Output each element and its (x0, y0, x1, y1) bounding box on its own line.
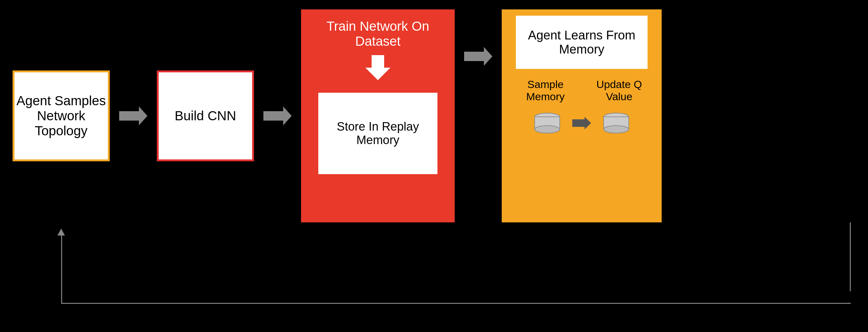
train-network-box: Train Network On Dataset Store In Replay… (301, 9, 455, 222)
store-replay-label: Store In Replay Memory (318, 120, 437, 147)
db-icon-left (531, 112, 563, 134)
db-arrow-icon (572, 117, 591, 129)
feedback-line-bottom (61, 303, 851, 304)
arrow-shape-3 (464, 47, 492, 66)
db-icons-row (531, 112, 632, 134)
feedback-line-right (850, 222, 851, 291)
agent-learns-title-box: Agent Learns From Memory (516, 16, 648, 69)
arrow-3 (464, 47, 492, 66)
build-cnn-label: Build CNN (175, 108, 236, 123)
flow-row: Agent Samples Network Topology Build CNN… (12, 9, 856, 222)
diagram-container: Agent Samples Network Topology Build CNN… (0, 0, 868, 332)
feedback-line-left (61, 235, 62, 304)
svg-point-5 (603, 126, 629, 133)
down-arrow-icon (365, 55, 391, 80)
feedback-up-arrow (57, 229, 65, 236)
agent-learns-box: Agent Learns From Memory Sample Memory U… (502, 9, 662, 222)
agent-samples-box: Agent Samples Network Topology (12, 70, 110, 161)
agent-samples-label: Agent Samples Network Topology (14, 93, 108, 138)
store-replay-box: Store In Replay Memory (318, 93, 437, 174)
arrow-shape-2 (264, 106, 291, 125)
agent-learns-subtitle-row: Sample Memory Update Q Value (508, 78, 655, 103)
build-cnn-box: Build CNN (157, 70, 254, 161)
arrow-1 (119, 106, 147, 125)
sample-memory-label: Sample Memory (508, 78, 583, 103)
arrow-2 (264, 106, 291, 125)
db-icon-right (600, 112, 632, 134)
arrow-shape-1 (119, 106, 147, 125)
train-network-title: Train Network On Dataset (301, 19, 455, 49)
svg-point-2 (535, 126, 560, 133)
update-q-label: Update Q Value (583, 78, 655, 103)
agent-learns-title: Agent Learns From Memory (516, 28, 648, 56)
